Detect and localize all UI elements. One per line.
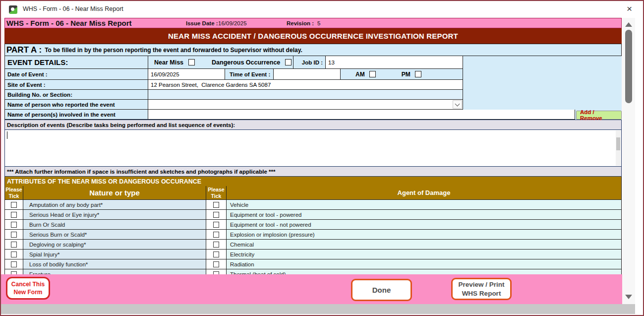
agent-checkbox[interactable] [213, 202, 219, 208]
agent-checkbox[interactable] [213, 212, 219, 218]
filler [463, 56, 622, 69]
chevron-down-icon[interactable] [453, 100, 462, 109]
nature-checkbox[interactable] [11, 261, 17, 267]
agent-checkbox[interactable] [213, 242, 219, 248]
form-header: WHS - Form - 06 - Near Miss Report Issue… [4, 18, 622, 28]
nature-tick-cell [4, 200, 23, 210]
vertical-scrollbar-thumb[interactable] [625, 30, 632, 103]
agent-tick-cell [206, 240, 227, 250]
agent-checkbox[interactable] [213, 232, 219, 238]
preview-button-line2: WHS Report [462, 289, 501, 298]
site-of-event-value[interactable]: 12 Pearson Street, Clarence Gardens SA 5… [148, 80, 463, 90]
building-value[interactable] [148, 90, 463, 100]
agent-tick-cell [206, 210, 227, 220]
revision-label: Revision : [287, 20, 314, 26]
near-miss-label: Near Miss [154, 59, 183, 66]
preview-print-button[interactable]: Preview / Print WHS Report [451, 278, 512, 300]
near-miss-checkbox[interactable] [188, 59, 195, 65]
attributes-header: ATTRIBUTES OF THE NEAR MISS OR DANGEROUS… [4, 177, 622, 186]
reporter-dropdown[interactable] [148, 100, 463, 110]
agent-tick-cell [206, 230, 227, 240]
site-row: Site of Event : 12 Pearson Street, Clare… [4, 80, 622, 90]
agent-text: Equipment or tool - not powered [227, 220, 622, 230]
agent-checkbox[interactable] [213, 252, 219, 257]
part-a-text: To be filled in by the person reporting … [45, 47, 302, 54]
agent-text: Electricity [227, 250, 622, 259]
table-row: Degloving or scalping* Chemical [4, 240, 622, 250]
event-details-label: EVENT DETAILS: [4, 56, 148, 69]
reporter-row: Name of person who reported the event [4, 100, 622, 110]
title-bar: WHS - Form - 06 - Near Miss Report × [1, 1, 643, 18]
form-area: WHS - Form - 06 - Near Miss Report Issue… [1, 18, 622, 274]
dangerous-occurrence-label: Dangerous Occurrence [212, 59, 280, 66]
table-row: Fracture Thermal (heat of cold) [4, 269, 622, 274]
add-remove-button[interactable]: Add / Remove [576, 111, 622, 120]
agent-checkbox[interactable] [213, 261, 219, 267]
filler [463, 80, 622, 90]
table-row: Loss of bodily function* Radiation [4, 259, 622, 269]
agent-tick-cell [206, 269, 227, 274]
nature-text: Amputation of any body part* [23, 200, 206, 210]
date-of-event-label: Date of Event : [4, 69, 148, 80]
nature-checkbox[interactable] [11, 232, 17, 238]
nature-tick-cell [4, 220, 23, 230]
dangerous-occurrence-checkbox[interactable] [285, 59, 292, 65]
scroll-down-icon[interactable] [625, 295, 632, 299]
table-row: Serious Head or Eye injury* Equipment or… [4, 210, 622, 220]
done-button[interactable]: Done [351, 279, 412, 301]
agent-checkbox[interactable] [213, 222, 219, 228]
agent-tick-cell [206, 250, 227, 259]
time-of-event-label: Time of Event : [225, 69, 274, 80]
building-row: Building No. or Section: [4, 90, 622, 100]
horizontal-scrollbar[interactable] [1, 304, 635, 314]
nature-checkbox[interactable] [11, 252, 17, 257]
involved-value[interactable] [148, 110, 575, 120]
nature-checkbox[interactable] [11, 202, 17, 208]
table-row: Amputation of any body part* Vehicle [4, 200, 622, 210]
reporter-label: Name of person who reported the event [4, 100, 148, 110]
job-id-value[interactable]: 13 [326, 56, 463, 69]
nature-text: Serious Head or Eye injury* [23, 210, 206, 220]
table-row: Spial Injury* Electricity [4, 250, 622, 259]
part-a-row: PART A : To be filled in by the person r… [4, 44, 622, 56]
text-caret [7, 131, 7, 139]
nature-tick-cell [4, 230, 23, 240]
footer-bar: Cancel This New Form Done Preview / Prin… [1, 274, 622, 304]
nature-tick-cell [4, 269, 23, 274]
nature-tick-cell [4, 240, 23, 250]
nature-checkbox[interactable] [11, 212, 17, 218]
description-textarea[interactable] [4, 130, 622, 167]
nature-checkbox[interactable] [11, 222, 17, 228]
date-of-event-value[interactable]: 16/09/2025 [148, 69, 225, 80]
building-label: Building No. or Section: [4, 90, 148, 100]
vertical-scrollbar[interactable] [622, 18, 635, 304]
app-icon [9, 5, 17, 14]
nature-checkbox[interactable] [11, 242, 17, 248]
scroll-up-icon[interactable] [625, 22, 632, 27]
filler [463, 90, 622, 100]
add-remove-area: Add / Remove [575, 110, 622, 120]
description-scrollbar[interactable] [616, 130, 621, 166]
nature-text: Loss of bodily function* [23, 259, 206, 269]
nature-text: Fracture [23, 269, 206, 274]
event-details-row: EVENT DETAILS: Near Miss Dangerous Occur… [4, 56, 622, 69]
pm-label: PM [402, 71, 410, 78]
nature-text: Burn Or Scald [23, 220, 206, 230]
report-banner: NEAR MISS ACCIDENT / DANGEROUS OCCURRENC… [4, 28, 622, 44]
issue-date-value: 16/09/2025 [218, 20, 247, 26]
nature-tick-cell [4, 259, 23, 269]
nature-text: Degloving or scalping* [23, 240, 206, 250]
time-of-event-value[interactable] [274, 69, 341, 80]
close-icon[interactable]: × [627, 3, 632, 14]
am-checkbox[interactable] [369, 71, 376, 77]
attributes-table-header: Please Tick Nature or type Please Tick A… [4, 186, 622, 200]
revision-value: 5 [317, 20, 320, 26]
involved-label: Name of person(s) involved in the event [4, 110, 148, 120]
cancel-form-button[interactable]: Cancel This New Form [6, 277, 50, 300]
part-a-label: PART A : [6, 45, 42, 55]
form-title: WHS - Form - 06 - Near Miss Report [6, 19, 132, 27]
nature-header: Nature or type [23, 186, 206, 200]
agent-header: Agent of Damage [227, 186, 622, 200]
tick-header-1: Please Tick [4, 186, 23, 200]
pm-checkbox[interactable] [415, 71, 421, 77]
